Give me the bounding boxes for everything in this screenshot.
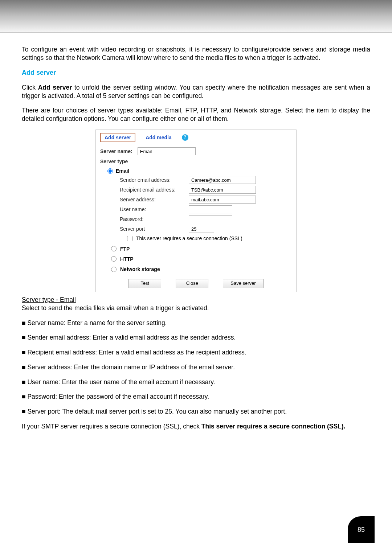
test-button[interactable]: Test (128, 279, 161, 288)
paragraph-2: There are four choices of server types a… (22, 106, 370, 123)
close-button[interactable]: Close (176, 279, 208, 288)
radio-email[interactable] (107, 168, 113, 174)
username-input[interactable] (189, 205, 232, 213)
list-item: Recipient email address: Enter a valid e… (22, 348, 370, 357)
list-item: Server port: The default mail server por… (22, 407, 370, 416)
radio-ftp[interactable] (111, 246, 117, 251)
radio-http[interactable] (111, 256, 117, 262)
password-input[interactable] (189, 215, 232, 223)
radio-network-storage[interactable] (111, 267, 117, 272)
server-type-email-heading: Server type - Email (22, 296, 370, 304)
recipient-label: Recipient email address: (120, 186, 189, 193)
bullet-list: Server name: Enter a name for the server… (22, 319, 370, 416)
para1-bold: Add server (38, 84, 72, 91)
para1-pre: Click (22, 84, 38, 91)
page-number: 85 (358, 526, 365, 534)
sender-label: Sender email address: (120, 177, 189, 183)
port-input[interactable] (189, 225, 214, 233)
radio-http-label: HTTP (120, 256, 134, 262)
save-server-button[interactable]: Save server (223, 279, 263, 288)
ssl-note-bold: This server requires a secure connection… (201, 423, 346, 430)
sender-input[interactable] (189, 176, 256, 184)
page-number-badge: 85 (348, 516, 375, 543)
header-gradient (0, 0, 392, 33)
para1-post: to unfold the server setting window. You… (22, 84, 370, 99)
server-type-label: Server type (100, 158, 128, 165)
list-item: Server address: Enter the domain name or… (22, 363, 370, 372)
ssl-note: If your SMTP server requires a secure co… (22, 422, 370, 431)
help-icon[interactable]: ? (182, 134, 188, 141)
ssl-note-pre: If your SMTP server requires a secure co… (22, 423, 201, 430)
server-name-input[interactable] (138, 147, 196, 155)
tab-add-server[interactable]: Add server (100, 133, 135, 142)
radio-email-label: Email (116, 168, 129, 174)
list-item: Password: Enter the password of the emai… (22, 393, 370, 401)
username-label: User name: (120, 206, 189, 213)
list-item: Server name: Enter a name for the server… (22, 319, 370, 327)
section-heading-add-server: Add server (22, 69, 370, 77)
port-label: Server port (120, 226, 189, 232)
ssl-label: This server requires a secure connection… (136, 235, 242, 242)
radio-ftp-label: FTP (120, 246, 130, 252)
server-addr-input[interactable] (189, 196, 256, 204)
intro-paragraph: To configure an event with video recordi… (22, 45, 370, 62)
server-addr-label: Server address: (120, 196, 189, 203)
radio-ns-label: Network storage (120, 266, 160, 272)
list-item: Sender email address: Enter a valid emai… (22, 333, 370, 342)
recipient-input[interactable] (189, 186, 256, 194)
list-item: User name: Enter the user name of the em… (22, 378, 370, 386)
tab-add-media[interactable]: Add media (142, 134, 175, 141)
paragraph-1: Click Add server to unfold the server se… (22, 83, 370, 100)
server-config-panel: Add server Add media ? Server name: Serv… (95, 130, 297, 292)
ssl-checkbox[interactable] (127, 236, 132, 241)
password-label: Password: (120, 216, 189, 222)
server-type-email-desc: Select to send the media files via email… (22, 304, 370, 312)
server-name-label: Server name: (100, 148, 132, 155)
